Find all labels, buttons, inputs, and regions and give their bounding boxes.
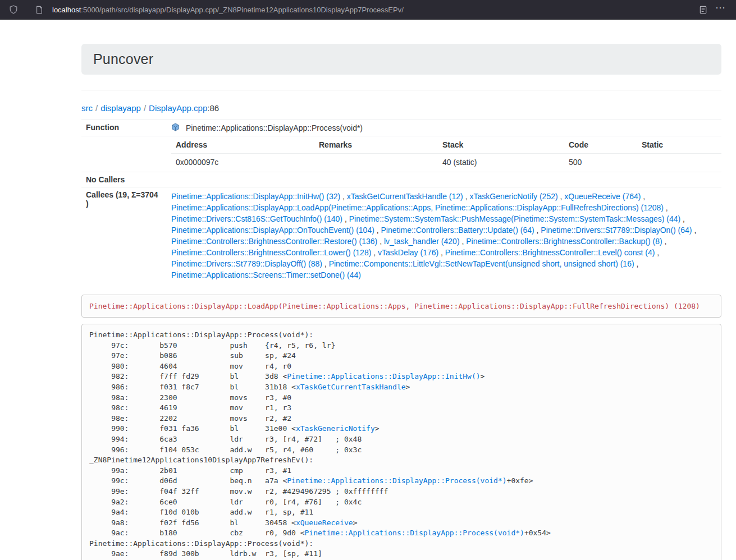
static-value (637, 154, 721, 172)
symbol-table: Function Pinetime::Applications::Display… (81, 120, 721, 284)
callees-row: Callees (19, Σ=3704 ) Pinetime::Applicat… (81, 187, 721, 285)
page-title: Puncover (93, 51, 710, 67)
disasm-symbol-link[interactable]: Pinetime::Applications::DisplayApp::Proc… (287, 476, 506, 485)
callee-link[interactable]: vTaskDelay (176) (378, 248, 438, 257)
callee-link[interactable]: Pinetime::Controllers::BrightnessControl… (445, 248, 655, 257)
reader-mode-icon[interactable] (695, 2, 711, 17)
callees-label: Callees (19, Σ=3704 ) (81, 187, 167, 285)
more-menu-icon[interactable]: ⋯ (711, 3, 730, 16)
disasm-symbol-link[interactable]: xTaskGetCurrentTaskHandle (296, 383, 406, 391)
callee-link[interactable]: Pinetime::Applications::DisplayApp::Load… (171, 203, 664, 212)
disassembly-code: Pinetime::Applications::DisplayApp::Proc… (81, 324, 721, 560)
code-value: 500 (564, 154, 637, 172)
stack-value: 40 (static) (438, 154, 564, 172)
callee-link[interactable]: Pinetime::Drivers::St7789::DisplayOff() … (171, 259, 322, 268)
callee-link[interactable]: lv_task_handler (420) (384, 237, 460, 246)
callee-link[interactable]: Pinetime::Controllers::Battery::Update()… (381, 226, 534, 235)
static-header: Static (637, 136, 721, 154)
browser-chrome: localhost:5000/path/src/displayapp/Displ… (0, 0, 736, 20)
callee-link[interactable]: Pinetime::Applications::DisplayApp::Init… (171, 192, 340, 201)
detail-values-row: 0x0000097c 40 (static) 500 (171, 154, 721, 172)
url-host: localhost (52, 6, 81, 14)
callee-link[interactable]: Pinetime::Controllers::BrightnessControl… (171, 248, 371, 257)
function-name-cell: Pinetime::Applications::DisplayApp::Proc… (167, 120, 721, 136)
disasm-symbol-link[interactable]: Pinetime::Applications::DisplayApp::Init… (287, 372, 480, 380)
callee-link[interactable]: xTaskGenericNotify (252) (469, 192, 557, 201)
stack-header: Stack (438, 136, 564, 154)
callee-link[interactable]: Pinetime::Controllers::BrightnessControl… (171, 237, 377, 246)
highlighted-symbol-box: Pinetime::Applications::DisplayApp::Load… (81, 295, 721, 318)
url-path: :5000/path/src/displayapp/DisplayApp.cpp… (81, 6, 404, 14)
callee-link[interactable]: Pinetime::Components::LittleVgl::SetNewT… (329, 259, 634, 268)
detail-table: Address Remarks Stack Code Static 0x0000… (171, 136, 721, 172)
breadcrumb-separator: / (95, 103, 98, 113)
no-callers-cell (167, 172, 721, 187)
method-icon (171, 124, 182, 133)
detail-row-wrapper: Address Remarks Stack Code Static 0x0000… (81, 136, 721, 172)
code-header: Code (564, 136, 637, 154)
address-value: 0x0000097c (171, 154, 314, 172)
address-bar[interactable]: localhost:5000/path/src/displayapp/Displ… (52, 6, 404, 14)
remarks-value (314, 154, 438, 172)
function-name: Pinetime::Applications::DisplayApp::Proc… (186, 123, 363, 132)
function-row: Function Pinetime::Applications::Display… (81, 120, 721, 136)
callee-link[interactable]: Pinetime::System::SystemTask::PushMessag… (349, 214, 681, 223)
breadcrumb-file-link[interactable]: DisplayApp.cpp (149, 103, 207, 113)
breadcrumb-separator: / (144, 103, 146, 113)
callee-link[interactable]: Pinetime::Applications::Screens::Timer::… (171, 270, 361, 279)
function-label: Function (81, 120, 167, 136)
breadcrumb-displayapp-link[interactable]: displayapp (100, 103, 141, 113)
remarks-header: Remarks (314, 136, 438, 154)
disasm-symbol-link[interactable]: xTaskGenericNotify (296, 424, 375, 433)
callee-link[interactable]: Pinetime::Drivers::St7789::DisplayOn() (… (541, 226, 692, 235)
callee-link[interactable]: xQueueReceive (764) (564, 192, 641, 201)
disasm-symbol-link[interactable]: Pinetime::Applications::DisplayApp::Proc… (305, 529, 524, 537)
main-content: Puncover src/displayapp/DisplayApp.cpp:8… (81, 44, 721, 560)
callee-link[interactable]: Pinetime::Drivers::Cst816S::GetTouchInfo… (171, 214, 342, 223)
callee-link[interactable]: Pinetime::Applications::DisplayApp::OnTo… (171, 226, 374, 235)
callee-link[interactable]: xTaskGetCurrentTaskHandle (12) (347, 192, 463, 201)
highlighted-symbol-text: Pinetime::Applications::DisplayApp::Load… (89, 302, 700, 310)
address-header: Address (171, 136, 314, 154)
jumbotron: Puncover (81, 44, 721, 75)
breadcrumb: src/displayapp/DisplayApp.cpp:86 (81, 103, 721, 113)
callees-list: Pinetime::Applications::DisplayApp::Init… (167, 187, 721, 285)
divider (81, 90, 721, 90)
empty-cell (81, 136, 167, 172)
callee-link[interactable]: Pinetime::Controllers::BrightnessControl… (466, 237, 662, 246)
disasm-symbol-link[interactable]: xQueueReceive (296, 518, 353, 527)
shield-icon[interactable] (6, 2, 21, 17)
breadcrumb-line-number: :86 (207, 103, 219, 113)
page-info-icon[interactable] (31, 2, 47, 17)
no-callers-label: No Callers (81, 172, 167, 187)
breadcrumb-src-link[interactable]: src (81, 103, 93, 113)
no-callers-row: No Callers (81, 172, 721, 187)
detail-table-cell: Address Remarks Stack Code Static 0x0000… (167, 136, 721, 172)
